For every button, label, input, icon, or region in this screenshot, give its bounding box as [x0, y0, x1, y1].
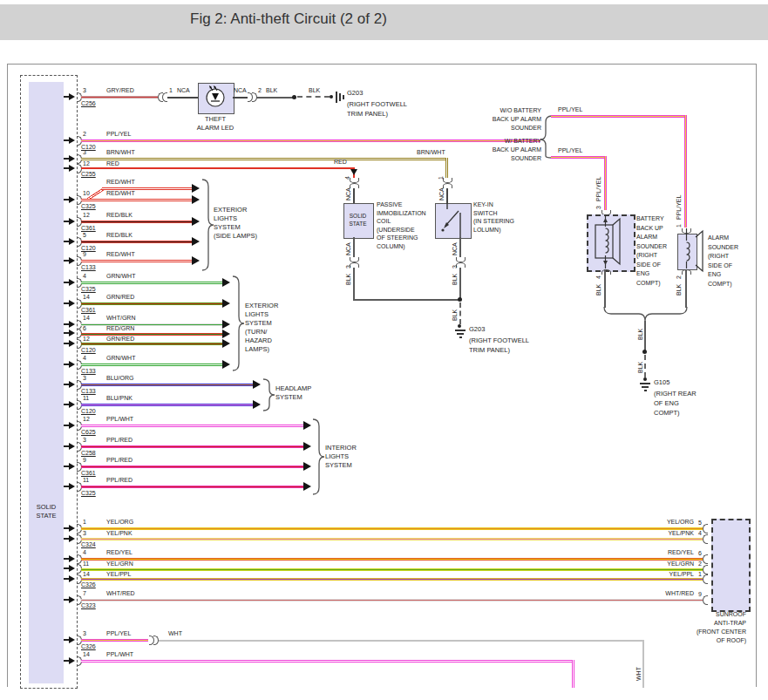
ecu-pin-arrow	[69, 381, 75, 388]
wire-color-label: WHT/GRN	[106, 315, 135, 322]
diagram-page: Fig 2: Anti-theft Circuit (2 of 2) SOLID…	[0, 0, 768, 700]
junction-dot	[458, 297, 462, 302]
ecu-pin-arrow	[69, 535, 75, 542]
wire-color-label: BLK	[637, 329, 644, 340]
group-arrow	[253, 380, 261, 389]
wire-color-label: BLK	[345, 274, 352, 285]
group-arrow	[222, 339, 230, 348]
wire	[353, 188, 355, 203]
connector-symbol	[703, 554, 708, 564]
wire	[81, 558, 703, 561]
connector-symbol	[703, 565, 708, 574]
group-arrow	[303, 482, 311, 491]
pin-number: 5	[83, 232, 86, 239]
pin-number: 3	[83, 87, 86, 94]
page-title: Fig 2: Anti-theft Circuit (2 of 2)	[190, 10, 387, 28]
wire	[81, 158, 448, 160]
ground-icon	[343, 95, 344, 99]
pin-number: 4	[344, 176, 351, 180]
ecu-pin-arrow	[69, 279, 75, 286]
wire-color-label: PPL/YEL	[676, 195, 683, 220]
pin-number: 4	[83, 273, 86, 280]
wire	[167, 97, 198, 99]
pin-number: 12	[83, 336, 90, 343]
pin-number: 2	[676, 275, 683, 279]
system-label: HEADLAMP SYSTEM	[275, 384, 311, 402]
wire-color-label: YEL/GRN	[642, 561, 694, 567]
group-arrow	[192, 256, 200, 265]
system-label: EXTERIOR LIGHTS SYSTEM (SIDE LAMPS)	[214, 206, 257, 241]
connector-name: C120	[81, 347, 96, 354]
ecu-label: SOLID STATE	[29, 503, 64, 520]
wire-color-label: RED/YEL	[106, 549, 133, 556]
pin-number: 3	[83, 375, 86, 382]
pin-number: 12	[83, 212, 90, 219]
wire-color-label: WHT	[635, 667, 642, 681]
wire-color-label: GRN/RED	[106, 294, 134, 301]
wire-color-label: WHT/RED	[642, 590, 694, 597]
wire	[604, 156, 607, 210]
connector-name: C325	[81, 286, 96, 293]
wire	[81, 425, 303, 427]
pin-number: 4	[83, 355, 86, 362]
wire	[642, 640, 644, 688]
ecu-pin-arrow	[69, 137, 75, 144]
connector-name: C324	[81, 541, 96, 548]
wire-color-label: YEL/PNK	[642, 530, 694, 537]
wire-dashed	[644, 355, 646, 377]
ground-name: G203	[347, 90, 363, 97]
wire-color-label: BLK	[452, 274, 459, 285]
wire	[604, 269, 606, 308]
wire-color-label: NCA	[177, 87, 190, 94]
wire-dashed	[459, 302, 461, 324]
ground-icon	[336, 92, 337, 103]
wire-color-label: GRN/RED	[106, 336, 134, 343]
group-arrow	[222, 299, 230, 308]
wire	[445, 158, 448, 178]
wire-color-label: RED/YEL	[642, 549, 694, 556]
wire	[81, 445, 303, 448]
ecu-pin-arrow	[69, 422, 75, 429]
connector-name: C323	[81, 602, 96, 609]
wire	[159, 640, 643, 642]
wire-color-label: GRY/RED	[106, 87, 134, 94]
pin-number: 2	[698, 561, 702, 567]
group-brace	[233, 275, 244, 372]
wire-color-label: BLK	[452, 309, 459, 321]
wire-color-label: BLU/ORG	[106, 375, 134, 382]
connector-name: C625	[81, 429, 96, 436]
wire	[81, 660, 574, 663]
group-brace	[263, 377, 275, 412]
ecu-pin-arrow	[69, 196, 75, 203]
wire-color-label: YEL/ORG	[106, 519, 133, 526]
pin-number: 6	[698, 550, 702, 557]
ground-dot	[330, 95, 333, 99]
ground-icon	[642, 386, 649, 388]
wire-dashed	[297, 96, 330, 98]
connector-name: C258	[81, 450, 96, 457]
pin-number: 4	[698, 530, 702, 537]
connector-symbol	[703, 574, 708, 584]
wire-color-label: BLK	[676, 284, 683, 296]
wire-color-label: BLK	[266, 87, 277, 94]
ground-icon	[457, 333, 464, 335]
wire	[81, 260, 192, 262]
wire-color-label: PPL/RED	[106, 437, 133, 444]
ecu-pin-arrow	[69, 401, 75, 408]
wire-color-label: YEL/ORG	[642, 519, 694, 526]
immobilizer-label: PASSIVE IMMOBILIZATION COIL (UNDERSIDE O…	[377, 200, 426, 250]
group-arrow	[222, 330, 230, 338]
ecu-pin-arrow	[69, 575, 75, 582]
group-arrow	[222, 320, 230, 329]
pin-number: 14	[83, 315, 90, 322]
connector-name: C326	[81, 643, 96, 650]
wire-color-label: PPL/YEL	[106, 630, 131, 637]
ecu-pin-arrow	[69, 330, 75, 336]
pin-number: 14	[83, 294, 90, 301]
wire	[81, 221, 192, 223]
switch-icon	[435, 203, 470, 237]
wire	[81, 282, 222, 284]
wire-color-label: PPL/WHT	[106, 416, 133, 423]
junction-dot	[642, 350, 647, 354]
connector-name: C361	[81, 225, 96, 232]
